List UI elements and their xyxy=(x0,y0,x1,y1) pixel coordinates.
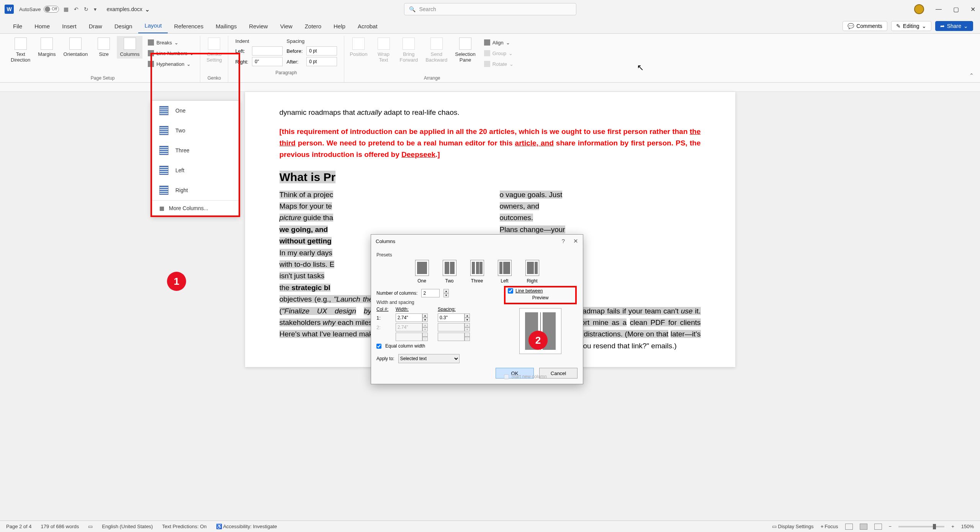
columns-option-three[interactable]: Three xyxy=(152,140,239,160)
preset-three[interactable]: Three xyxy=(470,260,484,284)
columns-option-left[interactable]: Left xyxy=(152,160,239,180)
print-layout-icon[interactable] xyxy=(860,524,867,530)
preset-two[interactable]: Two xyxy=(443,260,456,284)
tab-design[interactable]: Design xyxy=(108,19,139,33)
autosave-toggle[interactable]: Off xyxy=(44,6,59,13)
save-icon[interactable]: ▦ xyxy=(64,6,69,12)
focus-button[interactable]: ⌖ Focus xyxy=(821,524,838,530)
tab-references[interactable]: References xyxy=(168,19,209,33)
tab-insert[interactable]: Insert xyxy=(56,19,83,33)
tab-home[interactable]: Home xyxy=(28,19,56,33)
close-icon[interactable]: ✕ xyxy=(970,6,975,13)
group-paragraph: Indent Spacing Left: Before: Right: Afte… xyxy=(228,36,344,82)
group-objects-button[interactable]: Group ⌄ xyxy=(482,49,516,57)
row1-width-input[interactable] xyxy=(396,313,422,322)
dialog-close-icon[interactable]: ✕ xyxy=(573,238,578,245)
num-columns-input[interactable] xyxy=(421,289,440,297)
tab-review[interactable]: Review xyxy=(243,19,274,33)
indent-left-label: Left: xyxy=(235,48,248,54)
preset-right[interactable]: Right xyxy=(525,260,539,284)
zoom-out-icon[interactable]: − xyxy=(889,524,892,529)
line-between-checkbox[interactable] xyxy=(508,288,513,294)
group-arrange: Position Wrap Text Bring Forward Send Ba… xyxy=(344,36,520,82)
text-predictions-indicator[interactable]: Text Predictions: On xyxy=(162,524,206,529)
tab-acrobat[interactable]: Acrobat xyxy=(352,19,384,33)
web-layout-icon[interactable] xyxy=(874,524,882,530)
columns-option-one[interactable]: One xyxy=(152,101,239,121)
tab-help[interactable]: Help xyxy=(327,19,352,33)
columns-option-two[interactable]: Two xyxy=(152,121,239,140)
group-page-setup: Text Direction Margins Orientation Size … xyxy=(5,36,200,82)
hyphenation-button[interactable]: Hyphenation ⌄ xyxy=(146,60,196,68)
comments-button[interactable]: 💬 Comments xyxy=(843,21,887,31)
language-indicator[interactable]: English (United States) xyxy=(102,524,153,529)
size-button[interactable]: Size xyxy=(92,36,115,59)
tab-draw[interactable]: Draw xyxy=(83,19,108,33)
line-numbers-button[interactable]: Line Numbers ⌄ xyxy=(146,49,196,57)
row3-width-spinner: ▴▾ xyxy=(422,333,428,341)
minimize-icon[interactable]: — xyxy=(936,6,942,13)
page-indicator[interactable]: Page 2 of 4 xyxy=(6,524,32,529)
selection-pane-button[interactable]: Selection Pane xyxy=(452,36,478,64)
dialog-help-icon[interactable]: ? xyxy=(562,238,565,245)
dialog-titlebar[interactable]: Columns ?✕ xyxy=(371,235,583,248)
text-direction-button[interactable]: Text Direction xyxy=(8,36,33,64)
columns-option-right[interactable]: Right xyxy=(152,180,239,200)
share-button[interactable]: ➦ Share ⌄ xyxy=(935,21,973,31)
row1-spacing-spinner[interactable]: ▴▾ xyxy=(465,313,470,322)
accessibility-indicator[interactable]: ♿ Accessibility: Investigate xyxy=(216,524,277,529)
wrap-text-button[interactable]: Wrap Text xyxy=(372,36,395,64)
read-mode-icon[interactable] xyxy=(845,524,853,530)
tab-view[interactable]: View xyxy=(274,19,298,33)
qa-more-icon[interactable]: ▾ xyxy=(94,6,97,12)
document-name[interactable]: examples.docx xyxy=(106,6,142,12)
tab-mailings[interactable]: Mailings xyxy=(209,19,243,33)
preset-left[interactable]: Left xyxy=(498,260,512,284)
breaks-button[interactable]: Breaks ⌄ xyxy=(146,38,196,47)
num-columns-spinner[interactable]: ▴▾ xyxy=(443,289,449,297)
horizontal-ruler[interactable] xyxy=(0,83,980,92)
apply-to-select[interactable]: Selected text xyxy=(398,354,460,363)
undo-icon[interactable]: ↶ xyxy=(74,6,79,12)
spacing-after-input[interactable] xyxy=(306,57,337,66)
preset-one[interactable]: One xyxy=(415,260,429,284)
col-number-header: Col #: xyxy=(376,307,396,312)
user-avatar[interactable] xyxy=(914,4,924,14)
align-button[interactable]: Align ⌄ xyxy=(482,38,516,47)
equal-width-checkbox[interactable] xyxy=(376,344,381,349)
columns-button[interactable]: Columns xyxy=(117,36,142,59)
zoom-in-icon[interactable]: + xyxy=(951,524,954,529)
more-columns-option[interactable]: ▦More Columns... xyxy=(152,200,239,216)
zoom-level[interactable]: 150% xyxy=(961,524,974,529)
group-label-paragraph: Paragraph xyxy=(275,69,297,77)
send-backward-button[interactable]: Send Backward xyxy=(422,36,450,64)
position-button[interactable]: Position xyxy=(347,36,370,59)
group-label-arrange: Arrange xyxy=(424,74,440,82)
tab-zotero[interactable]: Zotero xyxy=(299,19,327,33)
indent-right-input[interactable] xyxy=(252,57,283,66)
tab-layout[interactable]: Layout xyxy=(138,18,168,33)
ribbon-collapse-icon[interactable]: ⌃ xyxy=(969,72,974,78)
num-columns-label: Number of columns: xyxy=(376,290,417,296)
row2-width-input xyxy=(396,323,422,331)
redo-icon[interactable]: ↻ xyxy=(84,6,88,12)
display-settings-button[interactable]: ▭ Display Settings xyxy=(772,524,814,529)
margins-button[interactable]: Margins xyxy=(35,36,59,59)
orientation-button[interactable]: Orientation xyxy=(61,36,91,59)
row1-width-spinner[interactable]: ▴▾ xyxy=(422,313,428,322)
docname-dropdown-icon[interactable]: ⌄ xyxy=(145,6,150,13)
spacing-before-input[interactable] xyxy=(306,46,337,55)
maximize-icon[interactable]: ▢ xyxy=(953,6,959,13)
editing-mode-button[interactable]: ✎ Editing ⌄ xyxy=(891,21,931,31)
spell-check-icon[interactable]: ▭ xyxy=(88,524,93,529)
zoom-slider[interactable] xyxy=(898,526,944,527)
row1-spacing-input[interactable] xyxy=(438,313,465,322)
search-box[interactable]: 🔍 Search xyxy=(404,3,576,15)
indent-left-input[interactable] xyxy=(252,46,283,55)
word-count[interactable]: 179 of 686 words xyxy=(41,524,79,529)
tab-file[interactable]: File xyxy=(7,19,28,33)
genko-setting-button[interactable]: Genko Setting xyxy=(203,36,226,64)
rotate-button[interactable]: Rotate ⌄ xyxy=(482,60,516,68)
group-label-page-setup: Page Setup xyxy=(91,74,115,82)
bring-forward-button[interactable]: Bring Forward xyxy=(397,36,421,64)
